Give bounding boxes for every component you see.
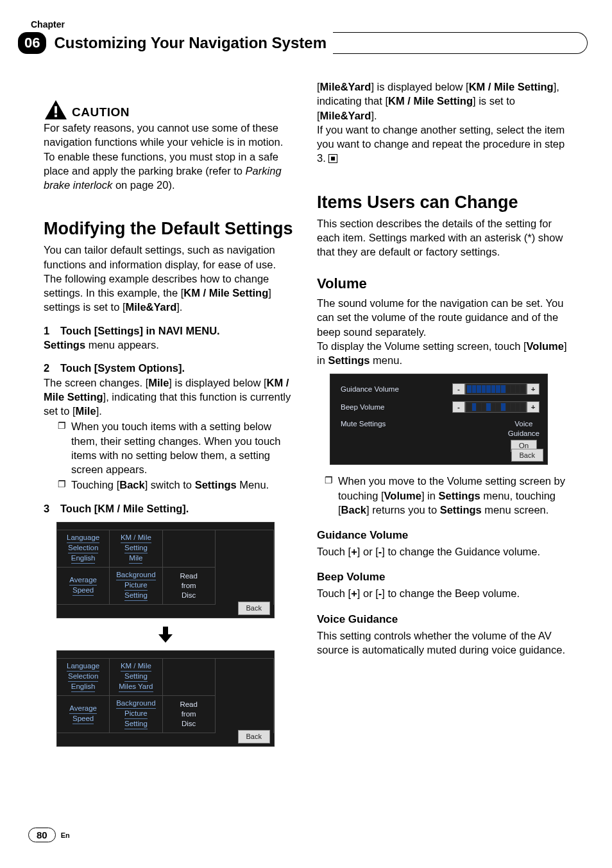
step1-body: Settings menu appears. [44, 338, 295, 352]
right-column: [Mile&Yard] is displayed below [KM / Mil… [317, 80, 568, 753]
left-column: CAUTION For safety reasons, you cannot u… [44, 80, 295, 753]
beep-volume-body: Touch [+] or [-] to change the Beep volu… [317, 586, 568, 600]
right-top-p1: [Mile&Yard] is displayed below [KM / Mil… [317, 80, 568, 123]
volume-p1: The sound volume for the navigation can … [317, 296, 568, 339]
settings-screenshot-1: LanguageSelectionEnglish AverageSpeed KM… [56, 522, 275, 618]
section1-p1: You can tailor default settings, such as… [44, 243, 295, 272]
section-title-items: Items Users can Change [317, 193, 568, 213]
section2-intro: This section describes the details of th… [317, 216, 568, 259]
volume-p2: To display the Volume setting screen, to… [317, 339, 568, 368]
section-title-modifying: Modifying the Default Settings [44, 219, 295, 239]
back-button[interactable]: Back [238, 602, 270, 615]
page-lang: En [61, 831, 70, 839]
minus-button[interactable]: - [452, 401, 465, 413]
guidance-volume-heading: Guidance Volume [317, 528, 568, 543]
step-2: 2Touch [System Options]. [44, 361, 295, 375]
plus-button[interactable]: + [527, 401, 540, 413]
down-arrow-icon [156, 625, 175, 644]
mute-settings-label: Mute Settings [341, 419, 386, 430]
guidance-volume-label: Guidance Volume [341, 385, 399, 395]
section1-p2: The following example describes how to c… [44, 272, 295, 315]
bullet-icon: ❐ [325, 474, 333, 517]
step-1: 1Touch [Settings] in NAVI MENU. [44, 324, 295, 338]
volume-bullet: ❐ When you move to the Volume setting sc… [325, 474, 568, 517]
caution-word: CAUTION [72, 104, 130, 121]
chapter-label: Chapter [31, 19, 568, 30]
guidance-volume-bar[interactable] [465, 383, 527, 395]
end-mark-icon [328, 154, 337, 163]
svg-rect-0 [55, 106, 57, 113]
step2-body: The screen changes. [Mile] is displayed … [44, 376, 295, 419]
chapter-number-badge: 06 [18, 32, 46, 54]
minus-button[interactable]: - [452, 383, 465, 395]
caution-icon [44, 99, 68, 121]
chapter-title: Customizing Your Navigation System [54, 34, 327, 52]
beep-volume-bar[interactable] [465, 401, 527, 413]
step-3: 3Touch [KM / Mile Setting]. [44, 501, 295, 516]
mute-voice-guidance[interactable]: Voice Guidance On [508, 419, 540, 452]
chapter-header: 06 Customizing Your Navigation System [18, 32, 568, 54]
guidance-volume-body: Touch [+] or [-] to change the Guidance … [317, 544, 568, 559]
svg-rect-1 [55, 115, 57, 117]
beep-volume-heading: Beep Volume [317, 570, 568, 585]
step2-bullet2: ❐ Touching [Back] switch to Settings Men… [58, 478, 295, 492]
back-button[interactable]: Back [511, 449, 543, 462]
plus-button[interactable]: + [527, 383, 540, 395]
page-number: 80 [28, 828, 56, 842]
step2-bullet1: ❐ When you touch items with a setting be… [58, 419, 295, 476]
bullet-icon: ❐ [58, 419, 66, 476]
right-top-p2: If you want to change another setting, s… [317, 123, 568, 166]
bullet-icon: ❐ [58, 478, 66, 492]
back-button[interactable]: Back [238, 730, 270, 743]
page-footer: 80 En [28, 828, 70, 842]
voice-guidance-heading: Voice Guidance [317, 612, 568, 627]
caution-text: For safety reasons, you cannot use some … [44, 121, 295, 192]
volume-heading: Volume [317, 274, 568, 293]
beep-volume-label: Beep Volume [341, 403, 384, 413]
volume-screenshot: Guidance Volume - + Beep Volume - + [330, 374, 548, 465]
voice-guidance-body: This setting controls whether the volume… [317, 629, 568, 657]
settings-screenshot-2: LanguageSelectionEnglish AverageSpeed KM… [56, 650, 275, 747]
